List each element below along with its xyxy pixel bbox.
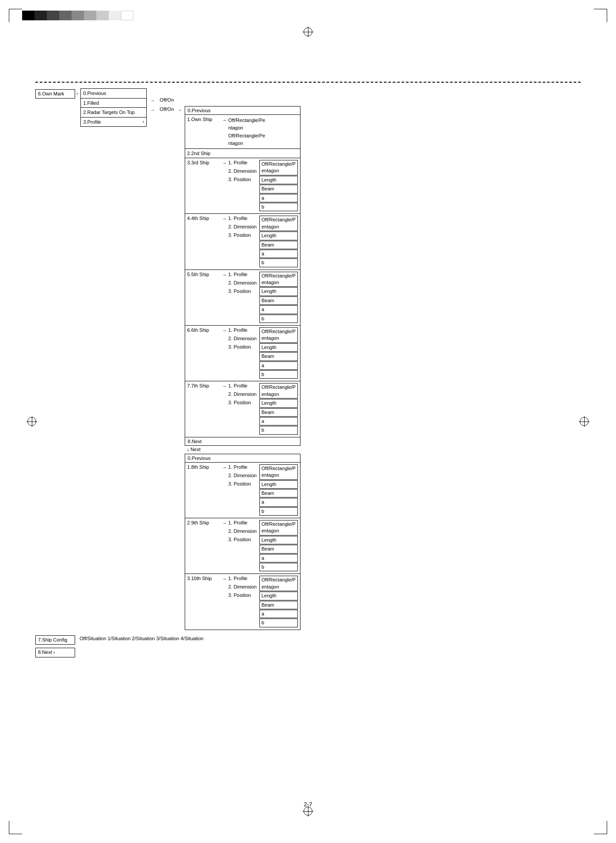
opt-beam-5[interactable]: Beam	[259, 296, 298, 305]
ship-9thship[interactable]: 2.9th Ship → 1. Profile 2. Dimension 3. …	[185, 518, 300, 574]
sub-3position-4[interactable]: 3. Position	[228, 232, 257, 238]
opt-profile-9[interactable]: Off/Rectangle/Pentagon	[259, 520, 298, 535]
sub-3position-7[interactable]: 3. Position	[228, 400, 257, 405]
opt-a-8[interactable]: a	[259, 498, 298, 506]
ship-7thship[interactable]: 7.7th Ship → 1. Profile 2. Dimension 3. …	[185, 381, 300, 437]
own-mark-arrow: ›	[76, 91, 78, 97]
opt-profile-4[interactable]: Off/Rectangle/Pentagon	[259, 216, 298, 231]
corner-mark-tr	[594, 9, 607, 22]
sub-3position-8[interactable]: 3. Position	[228, 481, 257, 486]
opt-profile-3[interactable]: Off/Rectangle/Pentagon	[259, 160, 298, 175]
ship-0previous[interactable]: 0.Previous	[185, 106, 300, 115]
ship-3-sub: → 1. Profile 2. Dimension 3. Position Of…	[222, 160, 298, 212]
opt-beam-9[interactable]: Beam	[259, 545, 298, 553]
sub-2dimension[interactable]: 2. Dimension	[228, 168, 257, 174]
ship-7-options: Off/Rectangle/Pentagon Length Beam a b	[259, 383, 298, 435]
opt-length-6[interactable]: Length	[259, 343, 298, 352]
sub-1profile[interactable]: 1. Profile	[228, 160, 257, 165]
sub-1profile-10[interactable]: 1. Profile	[228, 576, 257, 581]
ship-2ndship-label: 2.2nd Ship	[187, 151, 221, 156]
sub-2dimension-4[interactable]: 2. Dimension	[228, 224, 257, 229]
opt-profile-8[interactable]: Off/Rectangle/Pentagon	[259, 464, 298, 480]
opt-b-3[interactable]: b	[259, 203, 298, 211]
ship-1ownship[interactable]: 1.Own Ship → Off/Rectangle/Pe ntagon Off…	[185, 115, 300, 149]
opt-length-4[interactable]: Length	[259, 232, 298, 240]
opt-b-10[interactable]: b	[259, 619, 298, 627]
sub-1profile-4[interactable]: 1. Profile	[228, 216, 257, 221]
arrow-radar: →	[150, 107, 155, 113]
sub-2dimension-7[interactable]: 2. Dimension	[228, 391, 257, 397]
ship-2ndship[interactable]: 2.2nd Ship	[185, 149, 300, 158]
sub-1profile-6[interactable]: 1. Profile	[228, 327, 257, 333]
ship-5thship[interactable]: 5.5th Ship → 1. Profile 2. Dimension 3. …	[185, 270, 300, 326]
sub-3position-6[interactable]: 3. Position	[228, 344, 257, 349]
ship-config-label[interactable]: 7.Ship Config	[35, 635, 75, 645]
ship-8thship[interactable]: 1.8th Ship → 1. Profile 2. Dimension 3. …	[185, 463, 300, 518]
ship-9-options: Off/Rectangle/Pentagon Length Beam a b	[259, 520, 298, 572]
sub-1profile-8[interactable]: 1. Profile	[228, 464, 257, 470]
ship-8next[interactable]: 8.Next	[185, 437, 300, 445]
ship-6thship[interactable]: 6.6th Ship → 1. Profile 2. Dimension 3. …	[185, 326, 300, 381]
opt-b-4[interactable]: b	[259, 258, 298, 267]
arrow-6thship: →	[222, 328, 227, 333]
ship-5thship-label: 5.5th Ship	[187, 272, 221, 277]
sub-3position-10[interactable]: 3. Position	[228, 592, 257, 598]
level1-item-3profile[interactable]: 3.Profile ›	[81, 118, 146, 127]
ship-7thship-label: 7.7th Ship	[187, 383, 221, 388]
sub-2dimension-10[interactable]: 2. Dimension	[228, 584, 257, 589]
level1-item-1filled[interactable]: 1.Filled	[81, 99, 146, 108]
opt-length-8[interactable]: Length	[259, 480, 298, 489]
sub-1profile-7[interactable]: 1. Profile	[228, 383, 257, 388]
ship-3-options: Off/Rectangle/Pentagon Length Beam a b	[259, 160, 298, 212]
sub-2dimension-9[interactable]: 2. Dimension	[228, 528, 257, 534]
opt-b-7[interactable]: b	[259, 426, 298, 434]
opt-a-5[interactable]: a	[259, 305, 298, 314]
ship-3-sublabels: 1. Profile 2. Dimension 3. Position	[228, 160, 257, 182]
sub-2dimension-6[interactable]: 2. Dimension	[228, 336, 257, 341]
opt-profile-6[interactable]: Off/Rectangle/Pentagon	[259, 327, 298, 343]
opt-beam-8[interactable]: Beam	[259, 489, 298, 497]
sub-2dimension-5[interactable]: 2. Dimension	[228, 280, 257, 285]
opt-b-5[interactable]: b	[259, 315, 298, 323]
next-bottom-label[interactable]: 8.Next ›	[35, 648, 75, 657]
ship-10thship[interactable]: 3.10th Ship → 1. Profile 2. Dimension 3.…	[185, 574, 300, 629]
sub-1profile-9[interactable]: 1. Profile	[228, 520, 257, 525]
opt-beam-7[interactable]: Beam	[259, 408, 298, 417]
opt-b-9[interactable]: b	[259, 563, 298, 571]
opt-profile-10[interactable]: Off/Rectangle/Pentagon	[259, 576, 298, 591]
sub-2dimension-8[interactable]: 2. Dimension	[228, 473, 257, 478]
sub-3position[interactable]: 3. Position	[228, 177, 257, 182]
opt-a-9[interactable]: a	[259, 554, 298, 562]
level1-item-2radar[interactable]: 2.Radar Targets On Top	[81, 108, 146, 118]
ship-3rdship[interactable]: 3.3rd Ship → 1. Profile 2. Dimension 3. …	[185, 158, 300, 214]
opt-profile-5[interactable]: Off/Rectangle/Pentagon	[259, 272, 298, 287]
opt-a-10[interactable]: a	[259, 610, 298, 618]
opt-length-10[interactable]: Length	[259, 592, 298, 600]
ship-config-value: Off/Situation 1/Situation 2/Situation 3/…	[80, 635, 203, 642]
opt-beam-6[interactable]: Beam	[259, 352, 298, 361]
level1-item-0previous[interactable]: 0.Previous	[81, 89, 146, 99]
opt-a-7[interactable]: a	[259, 417, 298, 425]
ship2-0previous[interactable]: 0.Previous	[185, 454, 300, 463]
sub-1profile-5[interactable]: 1. Profile	[228, 272, 257, 277]
opt-profile-7[interactable]: Off/Rectangle/Pentagon	[259, 383, 298, 399]
ship-4-options: Off/Rectangle/Pentagon Length Beam a b	[259, 216, 298, 267]
sub-3position-5[interactable]: 3. Position	[228, 289, 257, 294]
opt-a-6[interactable]: a	[259, 361, 298, 370]
own-mark-label[interactable]: 6.Own Mark	[35, 89, 75, 99]
opt-a-3[interactable]: a	[259, 194, 298, 202]
opt-a-4[interactable]: a	[259, 250, 298, 258]
opt-b-6[interactable]: b	[259, 370, 298, 379]
opt-length-7[interactable]: Length	[259, 399, 298, 407]
opt-beam-3[interactable]: Beam	[259, 185, 298, 193]
opt-length-3[interactable]: Length	[259, 176, 298, 184]
opt-beam-10[interactable]: Beam	[259, 601, 298, 609]
sub-3position-9[interactable]: 3. Position	[228, 537, 257, 542]
swatch-4	[72, 11, 84, 20]
own-ship-off-rect-4: ntagon	[228, 140, 266, 147]
opt-beam-4[interactable]: Beam	[259, 241, 298, 249]
opt-b-8[interactable]: b	[259, 507, 298, 516]
opt-length-9[interactable]: Length	[259, 536, 298, 544]
ship-4thship[interactable]: 4.4th Ship → 1. Profile 2. Dimension 3. …	[185, 214, 300, 270]
opt-length-5[interactable]: Length	[259, 287, 298, 296]
